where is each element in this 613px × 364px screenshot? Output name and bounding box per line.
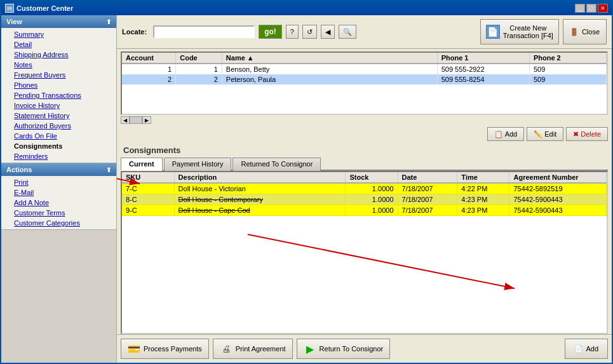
back-button[interactable]: ◀ [321,25,335,39]
sidebar-item-print[interactable]: Print [1,177,116,187]
scroll-right-button[interactable]: ▶ [142,116,151,124]
bottom-actions: 💳 Process Payments 🖨 Print Agreement ▶ R… [117,334,612,363]
add-consignment-button[interactable]: 📄 Add [565,339,608,359]
create-new-label: Create NewTransaction [F4] [503,24,553,39]
close-window-button[interactable]: ✕ [598,4,608,13]
refresh-button[interactable]: ↺ [302,25,317,39]
edit-customer-button[interactable]: ✏️ Edit [527,127,563,141]
col-agreement: Agreement Number [509,172,607,183]
sidebar-item-cards-on-file[interactable]: Cards On File [1,131,116,141]
consignment-table-wrap: SKU Description Stock Date Time Agreemen… [121,171,608,334]
sidebar-item-phones[interactable]: Phones [1,80,116,90]
col-time: Time [457,172,509,183]
cell-code: 1 [176,64,222,74]
sidebar-item-reminders[interactable]: Reminders [1,151,116,161]
cell-stock: 1.0000 [346,194,398,205]
table-row[interactable]: 2 2 Peterson, Paula 509 555-8254 509 [122,74,607,84]
close-button[interactable]: 🚪 Close [563,19,607,44]
consignment-row[interactable]: 9-C Doll House - Cape Cod 1.0000 7/18/20… [122,205,607,216]
add-consignment-icon: 📄 [574,345,583,353]
cell-description: Doll House - Contemporary [174,194,346,205]
sidebar: View ⬆ Summary Detail Shipping Address N… [1,15,117,363]
actions-chevron-icon: ⬆ [106,166,111,173]
sidebar-item-notes[interactable]: Notes [1,60,116,70]
tab-current[interactable]: Current [121,158,163,171]
sidebar-item-frequent-buyers[interactable]: Frequent Buyers [1,70,116,80]
col-phone1: Phone 1 [437,53,529,64]
cell-stock: 1.0000 [346,205,398,216]
table-row[interactable]: 1 1 Benson, Betty 509 555-2922 509 [122,64,607,74]
sidebar-item-customer-terms[interactable]: Customer Terms [1,208,116,218]
action-items: Print E-Mail Add A Note Customer Terms C… [1,176,116,229]
cell-date: 7/18/2007 [398,194,457,205]
consignments-section: Consignments Current Payment History Ret… [121,143,608,334]
process-payments-button[interactable]: 💳 Process Payments [121,339,209,359]
consignment-table: SKU Description Stock Date Time Agreemen… [122,172,607,216]
cell-time: 4:23 PM [457,205,509,216]
consignments-title: Consignments [121,143,608,156]
actions-section-header[interactable]: Actions ⬆ [1,163,116,176]
title-bar-left: 🏢 Customer Center [5,4,73,13]
col-stock: Stock [346,172,398,183]
locate-input[interactable] [153,25,255,38]
consignment-row[interactable]: 7-C Doll House - Victorian 1.0000 7/18/2… [122,183,607,194]
sidebar-item-add-note[interactable]: Add A Note [1,198,116,208]
scrollbar-track[interactable] [130,116,142,124]
scroll-left-button[interactable]: ◀ [121,116,130,124]
search-button[interactable]: 🔍 [339,25,356,39]
sidebar-item-consignments[interactable]: Consignments [1,141,116,151]
view-section-header[interactable]: View ⬆ [1,15,116,28]
maximize-button[interactable]: □ [586,4,596,13]
col-description: Description [174,172,346,183]
cell-account: 2 [122,74,176,84]
cell-sku: 9-C [122,205,174,216]
sidebar-item-pending-transactions[interactable]: Pending Transactions [1,90,116,100]
customer-table: Account Code Name ▲ Phone 1 Phone 2 1 1 … [122,53,607,84]
create-new-icon: 📄 [486,25,500,39]
go-button[interactable]: go! [259,25,282,39]
print-agreement-button[interactable]: 🖨 Print Agreement [213,339,293,359]
sidebar-item-email[interactable]: E-Mail [1,187,116,198]
cell-agreement: 75442-5892519 [509,183,607,194]
toolbar: Locate: go! ? ↺ ◀ 🔍 📄 Create NewTransact… [117,15,612,49]
window-icon: 🏢 [5,4,14,13]
cell-phone1: 509 555-2922 [437,64,529,74]
col-name: Name ▲ [222,53,437,64]
content-area: View ⬆ Summary Detail Shipping Address N… [1,15,612,363]
sidebar-item-detail[interactable]: Detail [1,39,116,50]
cell-sku: 8-C [122,194,174,205]
cell-agreement: 75442-5900443 [509,194,607,205]
tab-returned-to-consignor[interactable]: Returned To Consignor [232,158,321,171]
add-customer-button[interactable]: 📋 Add [487,127,525,141]
cell-stock: 1.0000 [346,183,398,194]
create-new-transaction-button[interactable]: 📄 Create NewTransaction [F4] [480,19,559,44]
help-button[interactable]: ? [286,25,299,39]
cell-phone1: 509 555-8254 [437,74,529,84]
minimize-button[interactable]: _ [575,4,585,13]
cell-time: 4:22 PM [457,183,509,194]
edit-customer-icon: ✏️ [534,130,542,138]
horizontal-scrollbar: ◀ ▶ [117,115,612,125]
locate-label: Locate: [122,28,147,36]
tab-payment-history[interactable]: Payment History [164,158,232,171]
cell-code: 2 [176,74,222,84]
sidebar-item-statement-history[interactable]: Statement History [1,111,116,121]
cell-phone2: 509 [529,74,606,84]
consignment-row[interactable]: 8-C Doll House - Contemporary 1.0000 7/1… [122,194,607,205]
return-consignor-icon: ▶ [304,342,316,355]
sidebar-item-shipping-address[interactable]: Shipping Address [1,50,116,60]
close-label: Close [582,28,600,36]
delete-customer-button[interactable]: ✖ Delete [566,127,608,141]
return-to-consignor-button[interactable]: ▶ Return To Consignor [297,339,391,359]
close-icon: 🚪 [570,28,579,36]
window-title: Customer Center [17,4,73,12]
sidebar-item-summary[interactable]: Summary [1,29,116,39]
view-items: Summary Detail Shipping Address Notes Fr… [1,28,116,163]
sidebar-item-authorized-buyers[interactable]: Authorized Buyers [1,121,116,131]
sidebar-item-customer-categories[interactable]: Customer Categories [1,218,116,228]
print-agreement-icon: 🖨 [220,342,232,355]
main-content: Locate: go! ? ↺ ◀ 🔍 📄 Create NewTransact… [117,15,612,363]
col-account: Account [122,53,176,64]
sidebar-item-invoice-history[interactable]: Invoice History [1,100,116,111]
cell-date: 7/18/2007 [398,183,457,194]
